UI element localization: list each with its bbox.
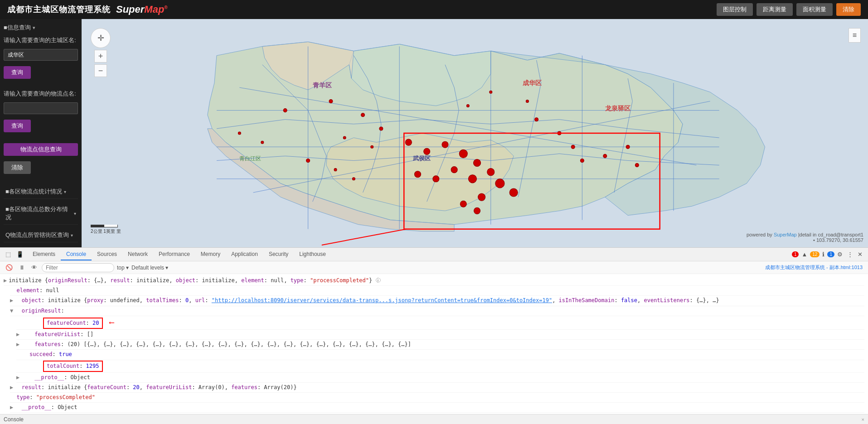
svg-point-57 [466, 104, 469, 107]
zoom-out-button[interactable]: − [94, 64, 107, 77]
logistics-query-button[interactable]: 查询 [4, 120, 31, 132]
sidebar-item-district-distribution[interactable]: ■各区物流点总数分布情况 ▾ [4, 202, 78, 225]
map-container[interactable]: 成华区 龙泉驿区 青羊区 武侯区 青白江区 [82, 19, 868, 247]
featurecount-highlight: featureCount: 20 [43, 318, 103, 329]
tab-security[interactable]: Security [263, 249, 294, 260]
top-dropdown[interactable]: top ▾ [117, 265, 129, 271]
tab-sources[interactable]: Sources [92, 249, 122, 260]
chevron-down-icon: ▾ [64, 189, 66, 194]
svg-point-34 [478, 193, 485, 201]
svg-point-37 [283, 109, 287, 112]
topbar-title: 成都市主城区物流管理系统 [7, 4, 111, 15]
svg-text:武侯区: 武侯区 [413, 155, 431, 162]
zoom-in-button[interactable]: + [94, 50, 107, 63]
levels-dropdown[interactable]: Default levels ▾ [131, 265, 168, 271]
expand-arrow-3[interactable]: ▼ [10, 307, 13, 315]
main-area: ■信息查询 ▾ 请输入需要查询的主城区名: 查询 请输入需要查询的物流点名: 查… [0, 19, 868, 247]
devtools-left-icons: ⬚ 📱 [2, 250, 27, 259]
tab-lighthouse[interactable]: Lighthouse [294, 249, 331, 260]
close-devtools-icon[interactable]: ✕ [856, 250, 864, 259]
expand-arrow-5[interactable]: ▶ [16, 340, 19, 349]
svg-point-31 [414, 171, 421, 178]
clear-button[interactable]: 清除 [836, 3, 861, 16]
expand-arrow-2[interactable]: ▶ [10, 296, 13, 305]
expand-arrow-7[interactable]: ▶ [10, 383, 13, 392]
svg-text:青羊区: 青羊区 [313, 82, 332, 89]
devtools-bottom-bar: Console × [0, 414, 868, 424]
mobile-icon[interactable]: 📱 [15, 250, 25, 259]
sidebar-item-district-stats[interactable]: ■各区物流点统计情况 ▾ [4, 185, 78, 199]
svg-point-53 [238, 132, 241, 135]
chevron-down-icon-2: ▾ [74, 211, 76, 216]
console-line-features: ▶ features: (20) [{…}, {…}, {…}, {…}, {…… [16, 340, 864, 350]
error-badge: 1 [792, 251, 799, 257]
totalcount-highlight: totalCount: 1295 [43, 361, 103, 372]
warning-badge: 12 [810, 251, 820, 257]
svg-text:青白江区: 青白江区 [239, 155, 261, 162]
topbar-left: 成都市主城区物流管理系统 SuperMap® [7, 4, 168, 15]
tab-application[interactable]: Application [226, 249, 263, 260]
console-line-result: ▶ result: initialize {featureCount: 20, … [10, 383, 864, 393]
info-badge: 1 [827, 251, 834, 257]
devtools-right-icons: 1 ▲ 12 ℹ 1 ⚙ ⋮ ✕ [790, 250, 866, 259]
district-input[interactable] [4, 49, 78, 61]
console-line-origin-expand: ▼ originResult: [10, 306, 864, 316]
tab-console[interactable]: Console [61, 249, 92, 260]
map-controls: ✛ + − [91, 28, 111, 77]
eye-icon[interactable]: 👁 [29, 263, 39, 272]
topbar-logo: SuperMap® [116, 4, 168, 15]
console-bottom-label[interactable]: Console [4, 416, 24, 423]
svg-point-25 [459, 149, 467, 158]
clear-console-icon[interactable]: 🚫 [4, 263, 15, 272]
svg-point-51 [626, 145, 630, 149]
logistics-info-query-button[interactable]: 物流点信息查询 [4, 143, 78, 156]
svg-point-38 [329, 99, 333, 103]
topbar: 成都市主城区物流管理系统 SuperMap® 图层控制 距离测量 面积测量 清除 [0, 0, 868, 19]
devtools-tabs: ⬚ 📱 Elements Console Sources Network Per… [0, 248, 868, 261]
tab-elements[interactable]: Elements [27, 249, 61, 260]
svg-point-33 [509, 188, 518, 197]
sidebar-clear-button[interactable]: 清除 [4, 161, 31, 174]
layers-button[interactable]: ≡ [849, 28, 861, 43]
svg-point-54 [261, 141, 264, 144]
expand-arrow-6[interactable]: ▶ [16, 373, 19, 382]
devtools-content[interactable]: ▶ initialize {originResult: {…}, result:… [0, 274, 868, 414]
svg-point-49 [580, 159, 584, 162]
devtools-source-link[interactable]: 成都市主城区物流管理系统 - 副本.html:1013 [765, 264, 864, 271]
svg-point-43 [306, 159, 310, 162]
map-pan-control[interactable]: ✛ [91, 28, 111, 48]
svg-point-26 [473, 159, 480, 166]
inspect-icon[interactable]: ⬚ [4, 250, 13, 259]
tab-network[interactable]: Network [122, 249, 153, 260]
svg-point-36 [474, 207, 480, 214]
map-svg: 成华区 龙泉驿区 青羊区 武侯区 青白江区 [82, 19, 868, 247]
distance-measure-button[interactable]: 距离测量 [756, 3, 793, 16]
sidebar-item-street-query[interactable]: Q物流点所管辖街区查询 ▾ [4, 228, 78, 242]
area-measure-button[interactable]: 面积测量 [796, 3, 833, 16]
svg-point-23 [424, 148, 430, 154]
svg-point-55 [526, 100, 529, 102]
vertical-dots-icon[interactable]: ⋮ [845, 250, 855, 259]
sidebar: ■信息查询 ▾ 请输入需要查询的主城区名: 查询 请输入需要查询的物流点名: 查… [0, 19, 82, 247]
svg-text:龙泉驿区: 龙泉驿区 [605, 105, 630, 112]
dropdown-icon: ▾ [33, 25, 35, 31]
settings-icon[interactable]: ⚙ [835, 250, 844, 259]
expand-arrow-8[interactable]: ▶ [10, 403, 13, 412]
pan-icon: ✛ [97, 33, 104, 43]
svg-point-30 [433, 176, 439, 182]
filter-input[interactable] [42, 263, 114, 272]
expand-arrow-4[interactable]: ▶ [16, 330, 19, 339]
tab-performance[interactable]: Performance [153, 249, 195, 260]
svg-point-42 [371, 145, 373, 148]
pause-on-exception-icon[interactable]: ⏸ [17, 263, 27, 272]
supermap-link[interactable]: SuperMap [774, 232, 797, 237]
svg-point-29 [487, 169, 495, 176]
layers-control-button[interactable]: 图层控制 [717, 3, 753, 16]
district-query-button[interactable]: 查询 [4, 66, 31, 79]
map-attribution: powered by SuperMap |detail in cd_road@t… [747, 232, 863, 243]
tab-memory[interactable]: Memory [195, 249, 226, 260]
logistics-name-input[interactable] [4, 102, 78, 114]
console-line-proto2: ▶ __proto__: Object [10, 403, 864, 413]
expand-arrow-1[interactable]: ▶ [4, 276, 7, 285]
console-line-proto1: ▶ __proto__: Object [16, 373, 864, 383]
